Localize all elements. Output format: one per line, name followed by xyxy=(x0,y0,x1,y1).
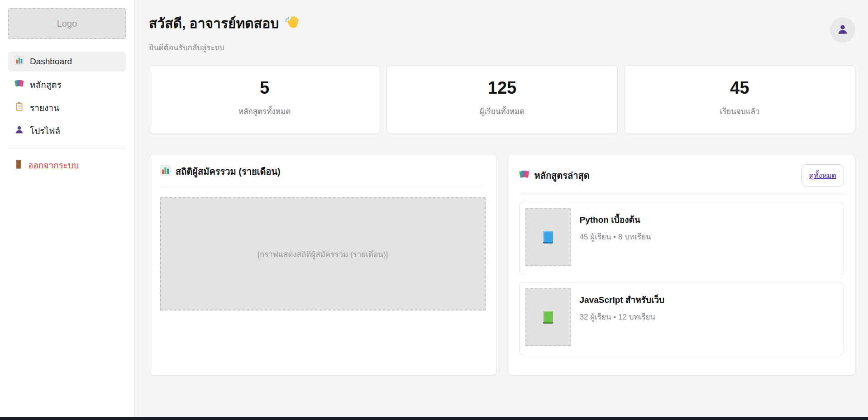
greeting-block: สวัสดี, อาจารย์ทดสอบ xyxy=(149,13,300,53)
course-info: Python เบื้องต้น 45 ผู้เรียน • 8 บทเรียน xyxy=(580,208,651,269)
stat-label: ผู้เรียนทั้งหมด xyxy=(387,105,617,117)
person-icon xyxy=(14,125,24,137)
sidebar-item-reports[interactable]: รายงาน xyxy=(8,98,126,118)
welcome-subtitle: ยินดีต้อนรับกลับสู่ระบบ xyxy=(149,41,300,53)
bottom-edge-bar xyxy=(0,417,868,420)
person-icon xyxy=(837,24,849,37)
sidebar-item-label: หลักสูตร xyxy=(30,78,62,91)
waving-hand-icon xyxy=(284,14,300,33)
sidebar-nav: Dashboard หลักสูตร xyxy=(8,52,126,141)
stat-value: 45 xyxy=(625,78,855,98)
green-book-icon xyxy=(543,311,553,324)
sidebar-item-profile[interactable]: โปรไฟล์ xyxy=(8,121,126,141)
course-meta: 45 ผู้เรียน • 8 บทเรียน xyxy=(580,230,651,243)
sidebar-item-dashboard[interactable]: Dashboard xyxy=(8,52,126,72)
door-icon xyxy=(14,160,23,171)
panels-row: สถิติผู้สมัครรวม (รายเดือน) [กราฟแสดงสถิ… xyxy=(149,154,855,376)
stat-value: 5 xyxy=(149,78,380,98)
sidebar: Logo Dashboard xyxy=(0,0,134,420)
logo-placeholder: Logo xyxy=(8,8,126,39)
chart-panel: สถิติผู้สมัครรวม (รายเดือน) [กราฟแสดงสถิ… xyxy=(149,154,497,376)
stat-card-completed: 45 เรียนจบแล้ว xyxy=(624,65,855,134)
sidebar-item-label: รายงาน xyxy=(30,101,59,115)
clipboard-icon xyxy=(14,102,24,114)
books-icon xyxy=(519,169,529,182)
course-card-python[interactable]: Python เบื้องต้น 45 ผู้เรียน • 8 บทเรียน xyxy=(519,202,844,275)
chart-panel-title-text: สถิติผู้สมัครรวม (รายเดือน) xyxy=(176,164,281,179)
bar-chart-icon xyxy=(160,165,171,178)
header: สวัสดี, อาจารย์ทดสอบ xyxy=(149,13,855,53)
dashboard-page: Logo Dashboard xyxy=(0,0,868,420)
chart-placeholder: [กราฟแสดงสถิติผู้สมัครรวม (รายเดือน)] xyxy=(160,197,486,310)
bar-chart-icon xyxy=(14,56,24,67)
chart-panel-header: สถิติผู้สมัครรวม (รายเดือน) xyxy=(160,154,486,187)
sidebar-item-label: โปรไฟล์ xyxy=(30,124,60,138)
stats-row: 5 หลักสูตรทั้งหมด 125 ผู้เรียนทั้งหมด 45… xyxy=(149,65,855,134)
sidebar-item-label: Dashboard xyxy=(30,57,72,67)
course-thumbnail-placeholder xyxy=(525,208,571,266)
course-card-javascript[interactable]: JavaScript สำหรับเว็บ 32 ผู้เรียน • 12 บ… xyxy=(519,282,844,355)
blue-book-icon xyxy=(543,231,553,243)
course-info: JavaScript สำหรับเว็บ 32 ผู้เรียน • 12 บ… xyxy=(580,288,665,349)
courses-panel-title-text: หลักสูตรล่าสุด xyxy=(534,168,590,183)
courses-panel: หลักสูตรล่าสุด ดูทั้งหมด Python เบื้องต้… xyxy=(508,154,856,376)
course-title: JavaScript สำหรับเว็บ xyxy=(580,293,665,306)
view-all-button[interactable]: ดูทั้งหมด xyxy=(801,164,844,186)
course-thumbnail-placeholder xyxy=(525,288,571,346)
stat-card-total-learners: 125 ผู้เรียนทั้งหมด xyxy=(386,65,618,134)
chart-panel-title: สถิติผู้สมัครรวม (รายเดือน) xyxy=(160,164,281,179)
chart-placeholder-text: [กราฟแสดงสถิติผู้สมัครรวม (รายเดือน)] xyxy=(258,248,388,260)
sidebar-item-courses[interactable]: หลักสูตร xyxy=(8,75,126,95)
stat-label: หลักสูตรทั้งหมด xyxy=(149,105,380,117)
books-icon xyxy=(14,79,24,91)
logout-label: ออกจากระบบ xyxy=(28,158,79,172)
stat-value: 125 xyxy=(387,78,617,98)
greeting-text: สวัสดี, อาจารย์ทดสอบ xyxy=(149,13,279,34)
course-title: Python เบื้องต้น xyxy=(580,213,651,226)
stat-card-total-courses: 5 หลักสูตรทั้งหมด xyxy=(149,65,380,134)
sidebar-divider xyxy=(8,148,126,148)
course-meta: 32 ผู้เรียน • 12 บทเรียน xyxy=(580,310,665,323)
stat-label: เรียนจบแล้ว xyxy=(625,105,855,117)
main-content: สวัสดี, อาจารย์ทดสอบ xyxy=(134,0,868,420)
page-title: สวัสดี, อาจารย์ทดสอบ xyxy=(149,13,300,34)
logo-text: Logo xyxy=(57,19,77,29)
courses-panel-title: หลักสูตรล่าสุด xyxy=(519,168,590,183)
avatar-button[interactable] xyxy=(830,17,855,43)
courses-panel-header: หลักสูตรล่าสุด ดูทั้งหมด xyxy=(519,154,844,195)
logout-link[interactable]: ออกจากระบบ xyxy=(14,158,79,172)
